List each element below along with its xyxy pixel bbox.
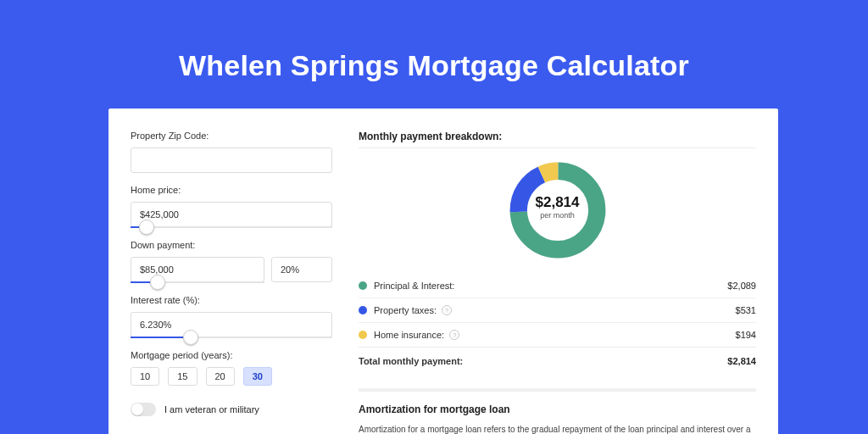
legend-value: $531 (736, 305, 756, 315)
donut-wrap: $2,814 per month (359, 159, 756, 262)
legend-row: Home insurance:?$194 (359, 322, 756, 347)
down-payment-pct-input[interactable] (271, 257, 332, 282)
veteran-toggle[interactable] (131, 403, 156, 416)
legend-label: Principal & Interest: (374, 281, 454, 291)
donut-sub: per month (506, 211, 609, 220)
legend-dot-icon (359, 281, 367, 290)
calculator-card: Property Zip Code: Home price: Down paym… (108, 108, 778, 434)
down-payment-field: Down payment: (131, 240, 350, 283)
total-label: Total monthly payment: (359, 356, 463, 366)
down-payment-label: Down payment: (131, 240, 350, 250)
veteran-row: I am veteran or military (131, 403, 350, 416)
help-icon[interactable]: ? (442, 305, 452, 315)
legend-dot-icon (359, 306, 367, 314)
donut-value: $2,814 (506, 194, 609, 211)
period-option-15[interactable]: 15 (168, 367, 197, 386)
amortization-title: Amortization for mortgage loan (359, 403, 756, 415)
home-price-input[interactable] (131, 202, 332, 227)
home-price-slider[interactable] (131, 226, 332, 228)
help-icon[interactable]: ? (449, 330, 459, 340)
home-price-field: Home price: (131, 185, 350, 228)
page-title: Whelen Springs Mortgage Calculator (0, 0, 868, 82)
rate-field: Interest rate (%): (131, 295, 350, 338)
zip-field: Property Zip Code: (131, 131, 350, 173)
legend-row: Principal & Interest:$2,089 (359, 274, 756, 298)
legend-label: Home insurance: (374, 330, 444, 340)
home-price-label: Home price: (131, 185, 350, 195)
amortization-section: Amortization for mortgage loan Amortizat… (359, 388, 756, 434)
breakdown-title: Monthly payment breakdown: (359, 131, 756, 142)
rate-slider[interactable] (131, 337, 332, 338)
period-option-30[interactable]: 30 (243, 367, 272, 386)
rate-input[interactable] (131, 312, 332, 337)
zip-input[interactable] (131, 147, 332, 173)
legend-value: $2,089 (727, 281, 756, 291)
period-label: Mortgage period (years): (131, 350, 350, 360)
down-payment-slider[interactable] (131, 281, 264, 283)
legend-dot-icon (359, 331, 367, 339)
zip-label: Property Zip Code: (131, 131, 350, 141)
veteran-label: I am veteran or military (164, 404, 259, 415)
form-panel: Property Zip Code: Home price: Down paym… (108, 108, 350, 434)
period-option-10[interactable]: 10 (131, 367, 159, 386)
period-field: Mortgage period (years): 10152030 (131, 350, 350, 386)
breakdown-panel: Monthly payment breakdown: $2,814 per mo… (350, 108, 778, 434)
legend-row: Property taxes:?$531 (359, 298, 756, 322)
period-option-20[interactable]: 20 (206, 367, 235, 386)
divider (359, 147, 756, 148)
legend-value: $194 (736, 330, 756, 340)
legend: Principal & Interest:$2,089Property taxe… (359, 274, 756, 373)
total-value: $2,814 (727, 356, 756, 366)
rate-label: Interest rate (%): (131, 295, 350, 305)
legend-total-row: Total monthly payment:$2,814 (359, 347, 756, 373)
donut-center: $2,814 per month (506, 194, 609, 220)
amortization-body: Amortization for a mortgage loan refers … (359, 424, 756, 434)
legend-label: Property taxes: (374, 305, 437, 315)
